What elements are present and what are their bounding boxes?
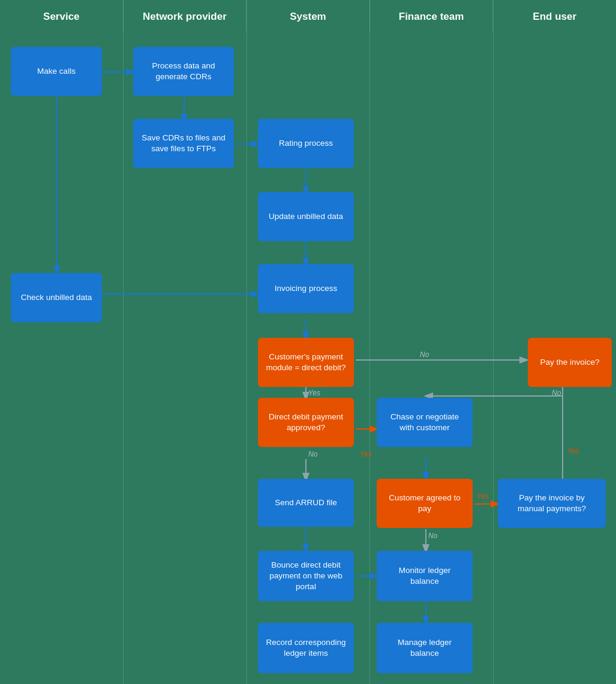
col-finance: Finance team	[370, 0, 494, 31]
node-check-unbilled: Check unbilled data	[11, 273, 102, 322]
node-monitor-ledger: Monitor ledger balance	[377, 551, 473, 601]
node-manage-ledger: Manage ledger balance	[377, 623, 473, 673]
label-no-pay-invoice: No	[552, 389, 561, 397]
label-yes-payment: Yes	[308, 389, 320, 397]
node-update-unbilled: Update unbilled data	[258, 192, 354, 241]
node-save-cdrs: Save CDRs to files and save files to FTP…	[133, 119, 234, 168]
node-direct-debit: Direct debit payment approved?	[258, 398, 354, 447]
node-pay-invoice: Pay the invoice?	[528, 338, 612, 387]
node-send-arrud: Send ARRUD file	[258, 479, 354, 527]
label-yes-direct: Yes	[360, 450, 372, 458]
label-yes-pay-invoice: Yes	[567, 447, 579, 455]
node-record-ledger: Record corresponding ledger items	[258, 623, 354, 673]
node-chase: Chase or negotiate with customer	[377, 398, 473, 447]
headers: Service Network provider System Finance …	[0, 0, 616, 31]
diagram-container: Service Network provider System Finance …	[0, 0, 616, 684]
node-invoicing: Invoicing process	[258, 264, 354, 313]
node-make-calls: Make calls	[11, 47, 102, 96]
node-process-data: Process data and generate CDRs	[133, 47, 234, 96]
node-pay-manual: Pay the invoice by manual payments?	[498, 479, 606, 528]
col-service: Service	[0, 0, 124, 31]
col-enduser: End user	[493, 0, 616, 31]
label-no-customer: No	[428, 532, 437, 540]
node-rating: Rating process	[258, 119, 354, 168]
col-system: System	[247, 0, 370, 31]
col-network: Network provider	[124, 0, 247, 31]
label-no-direct: No	[308, 450, 317, 458]
node-customer-agreed: Customer agreed to pay	[377, 479, 473, 528]
node-bounce-direct: Bounce direct debit payment on the web p…	[258, 551, 354, 601]
label-yes-customer: Yes	[477, 492, 489, 500]
label-no-payment: No	[420, 350, 429, 359]
node-payment-module: Customer's payment module = direct debit…	[258, 338, 354, 387]
